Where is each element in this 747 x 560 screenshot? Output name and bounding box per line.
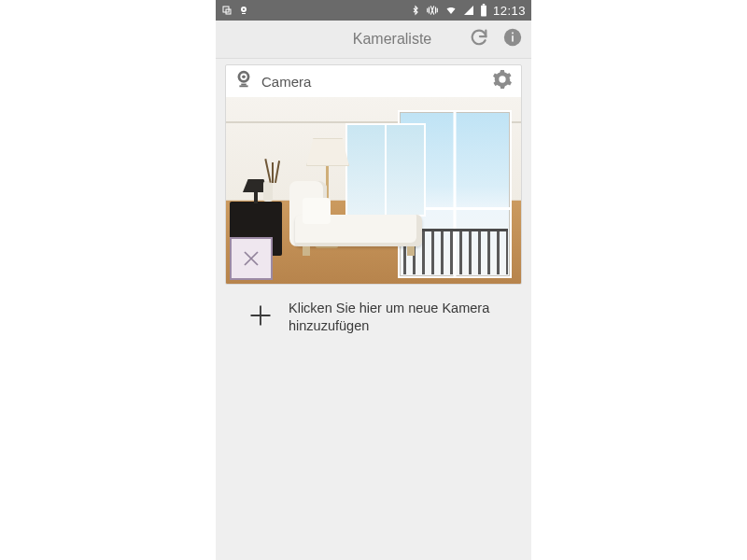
svg-rect-8: [512, 35, 514, 41]
stage: 12:13 Kameraliste: [0, 0, 747, 560]
camera-name: Camera: [261, 74, 484, 90]
info-button[interactable]: [501, 28, 524, 50]
chaise-lounge: [295, 189, 422, 256]
status-time: 12:13: [493, 4, 526, 18]
content-area: Camera: [216, 59, 531, 560]
camera-preview[interactable]: [226, 97, 521, 284]
gear-icon: [492, 69, 513, 93]
signal-icon: [463, 5, 474, 16]
page-title: Kameraliste: [353, 31, 431, 48]
header-actions: [468, 21, 524, 58]
svg-point-12: [242, 75, 246, 78]
svg-rect-5: [481, 6, 486, 17]
svg-point-3: [243, 8, 245, 10]
preview-overlay-thumbnail: [230, 237, 273, 280]
add-camera-button[interactable]: [247, 301, 274, 333]
status-left-icons: [221, 5, 249, 16]
add-camera-label: Klicken Sie hier um neue Kamera hinzuzuf…: [289, 300, 514, 335]
svg-rect-4: [242, 13, 246, 14]
add-camera-row[interactable]: Klicken Sie hier um neue Kamera hinzuzuf…: [225, 294, 522, 335]
camera-icon: [233, 69, 254, 93]
app-notif-icon: [221, 5, 233, 16]
battery-icon: [480, 4, 487, 17]
camera-notif-icon: [238, 5, 249, 16]
svg-rect-13: [241, 84, 247, 86]
status-right-icons: 12:13: [411, 4, 526, 18]
svg-rect-14: [239, 85, 247, 87]
room-scene: [226, 97, 521, 284]
app-header: Kameraliste: [216, 21, 531, 59]
wifi-icon: [444, 5, 458, 16]
bluetooth-icon: [411, 4, 420, 17]
camera-card-header: Camera: [226, 65, 521, 97]
svg-rect-9: [512, 33, 514, 35]
refresh-button[interactable]: [468, 28, 490, 50]
vibrate-icon: [426, 4, 439, 17]
info-icon: [502, 27, 523, 51]
phone-frame: 12:13 Kameraliste: [216, 0, 531, 560]
refresh-icon: [469, 27, 489, 51]
camera-card[interactable]: Camera: [225, 64, 522, 285]
android-status-bar: 12:13: [216, 0, 531, 21]
twigs: [263, 157, 282, 183]
vase: [263, 181, 273, 202]
svg-rect-6: [483, 4, 485, 6]
camera-settings-button[interactable]: [491, 70, 514, 92]
plus-icon: [247, 302, 274, 332]
